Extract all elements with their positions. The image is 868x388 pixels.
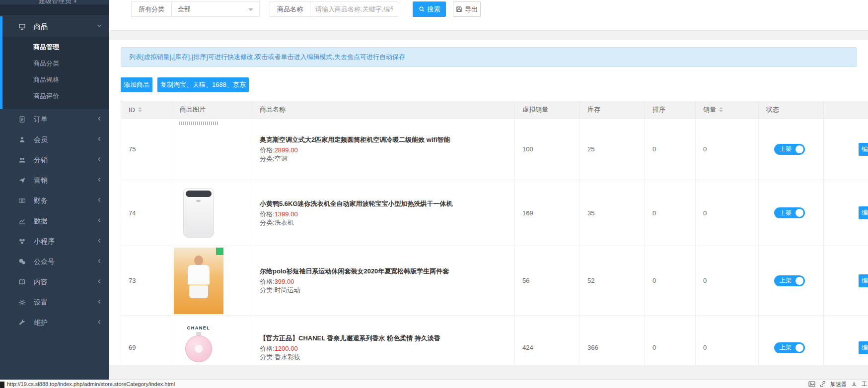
product-image-cell bbox=[172, 119, 252, 180]
sidebar-item-label: 公众号 bbox=[34, 258, 55, 266]
sort-cell[interactable]: 0 bbox=[645, 246, 696, 316]
sidebar-subitem-goods-review[interactable]: 商品评价 bbox=[2, 88, 109, 104]
stock-cell[interactable]: 35 bbox=[580, 180, 645, 246]
product-table: ID商品图片商品名称虚拟销量库存排序销量状态 75奥克斯空调立式大2匹家用定频圆… bbox=[121, 101, 868, 365]
sort-cell[interactable]: 0 bbox=[645, 316, 696, 366]
model-shirt bbox=[188, 265, 210, 285]
product-category-line: 分类:洗衣机 bbox=[260, 218, 514, 227]
column-header-sales[interactable]: 销量 bbox=[696, 101, 759, 119]
edit-button[interactable]: 编辑 bbox=[859, 274, 868, 287]
sales-cell: 0 bbox=[696, 180, 759, 246]
chevron-left-icon bbox=[96, 238, 102, 244]
link-icon[interactable] bbox=[820, 381, 826, 387]
sidebar-item-maintenance[interactable]: 维护 bbox=[0, 313, 109, 333]
sidebar-user-row[interactable]: 超级管理员▼ bbox=[0, 0, 109, 4]
status-toggle-label: 上架 bbox=[780, 343, 792, 352]
stock-cell[interactable]: 25 bbox=[580, 119, 645, 180]
product-image[interactable] bbox=[174, 248, 223, 314]
product-category-line: 分类:空调 bbox=[260, 154, 514, 163]
virtual-sales-cell-value: 100 bbox=[522, 145, 579, 153]
sidebar-item-orders[interactable]: 订单 bbox=[0, 109, 109, 129]
status-toggle[interactable]: 上架 bbox=[774, 207, 805, 218]
virtual-sales-cell-value: 169 bbox=[522, 209, 579, 217]
sidebar-item-content[interactable]: 内容 bbox=[0, 272, 109, 292]
sidebar-submenu-goods: 商品管理商品分类商品规格商品评价 bbox=[2, 37, 109, 109]
sales-cell: 0 bbox=[696, 246, 759, 316]
export-button-label: 导出 bbox=[465, 5, 478, 14]
virtual-sales-cell[interactable]: 100 bbox=[515, 119, 580, 180]
sidebar-item-goods[interactable]: 商品 bbox=[2, 16, 109, 37]
product-name-cell: 尔给polo衫短袖日系运动休闲套装女2020年夏宽松韩版学生两件套价格:399.… bbox=[252, 246, 515, 316]
sort-cell[interactable]: 0 bbox=[645, 119, 696, 180]
sidebar-item-marketing[interactable]: 营销 bbox=[0, 170, 109, 191]
edit-button[interactable]: 编辑 bbox=[859, 206, 868, 219]
edit-button[interactable]: 编辑 bbox=[859, 341, 868, 354]
download-icon[interactable] bbox=[851, 381, 857, 387]
price-label: 价格: bbox=[260, 345, 275, 352]
perfume-bottle-shape bbox=[185, 335, 212, 362]
stock-cell[interactable]: 366 bbox=[580, 316, 645, 366]
virtual-sales-cell[interactable]: 169 bbox=[515, 180, 580, 246]
virtual-sales-cell[interactable]: 424 bbox=[515, 316, 580, 366]
product-id: 73 bbox=[129, 277, 172, 284]
sort-icon[interactable] bbox=[719, 105, 723, 114]
status-toggle[interactable]: 上架 bbox=[774, 275, 805, 286]
sidebar-item-data[interactable]: 数据 bbox=[0, 211, 109, 231]
toggle-knob bbox=[796, 344, 803, 352]
product-image[interactable]: CHANEL bbox=[183, 325, 215, 366]
copy-product-button[interactable]: 复制淘宝、天猫、1688、京东 bbox=[157, 77, 249, 92]
sort-cell-value: 0 bbox=[652, 344, 695, 351]
search-button[interactable]: 搜索 bbox=[413, 1, 446, 17]
sidebar-subitem-goods-category[interactable]: 商品分类 bbox=[2, 55, 109, 71]
export-button[interactable]: 导出 bbox=[453, 1, 481, 17]
status-toggle[interactable]: 上架 bbox=[774, 342, 805, 353]
virtual-sales-cell[interactable]: 56 bbox=[515, 246, 580, 316]
sidebar-subitem-goods-spec[interactable]: 商品规格 bbox=[2, 71, 109, 88]
product-price-line: 价格:1399.00 bbox=[260, 210, 514, 218]
sidebar-group-distribution: 分销 bbox=[0, 150, 109, 170]
product-image[interactable] bbox=[179, 122, 218, 125]
product-image-cell: CHANEL bbox=[172, 316, 252, 366]
column-header-id[interactable]: ID bbox=[121, 101, 172, 119]
accelerator-label[interactable]: 加速器 bbox=[830, 381, 847, 388]
sort-cell[interactable]: 0 bbox=[645, 180, 696, 246]
status-toggle-label: 上架 bbox=[780, 209, 792, 217]
table-row: 69CHANEL【官方正品】CHANEL 香奈儿邂逅系列香水 粉色柔情 持久淡香… bbox=[121, 316, 868, 366]
book-icon bbox=[18, 278, 26, 286]
admin-app: 超级管理员▼ 商品商品管理商品分类商品规格商品评价订单会员分销营销财务数据小程序… bbox=[0, 0, 868, 388]
sidebar-subitem-goods-manage[interactable]: 商品管理 bbox=[2, 39, 109, 55]
sidebar-item-mini-program[interactable]: 小程序 bbox=[0, 231, 109, 252]
stock-cell[interactable]: 52 bbox=[580, 246, 645, 316]
product-id: 75 bbox=[129, 145, 172, 153]
sidebar-item-finance[interactable]: 财务 bbox=[0, 191, 109, 211]
status-cell: 上架 bbox=[759, 316, 824, 366]
chevron-left-icon bbox=[96, 217, 102, 223]
search-input[interactable] bbox=[310, 1, 398, 17]
edit-button[interactable]: 编辑 bbox=[859, 143, 868, 156]
column-header-status: 状态 bbox=[759, 101, 824, 119]
sidebar-item-official-account[interactable]: 公众号 bbox=[0, 252, 109, 272]
sidebar-item-label: 维护 bbox=[34, 319, 48, 327]
sidebar-menu: 商品商品管理商品分类商品规格商品评价订单会员分销营销财务数据小程序公众号内容设置… bbox=[0, 15, 109, 333]
sales-cell-value: 0 bbox=[703, 145, 758, 153]
sidebar-group-settings: 设置 bbox=[0, 292, 109, 313]
tools-partial-label[interactable]: 工 bbox=[862, 381, 867, 388]
category-select-value: 全部 bbox=[178, 5, 191, 13]
category-label: 分类: bbox=[260, 286, 275, 294]
add-product-button[interactable]: 添加商品 bbox=[121, 77, 152, 92]
cluster-icon bbox=[18, 238, 26, 245]
sidebar-item-distribution[interactable]: 分销 bbox=[0, 150, 109, 170]
category-value: 洗衣机 bbox=[275, 219, 294, 226]
sidebar-item-settings[interactable]: 设置 bbox=[0, 292, 109, 313]
sidebar-item-label: 内容 bbox=[34, 278, 48, 287]
chevron-left-icon bbox=[96, 177, 102, 183]
status-toggle[interactable]: 上架 bbox=[774, 144, 805, 155]
sort-icon[interactable] bbox=[138, 105, 142, 114]
category-select[interactable]: 全部 bbox=[171, 1, 260, 17]
product-image[interactable] bbox=[183, 188, 214, 238]
stock-cell-value: 366 bbox=[587, 344, 645, 351]
wrench-icon bbox=[18, 319, 26, 326]
toggle-knob bbox=[796, 209, 803, 217]
sidebar-item-members[interactable]: 会员 bbox=[0, 129, 109, 150]
image-icon[interactable] bbox=[808, 381, 815, 387]
